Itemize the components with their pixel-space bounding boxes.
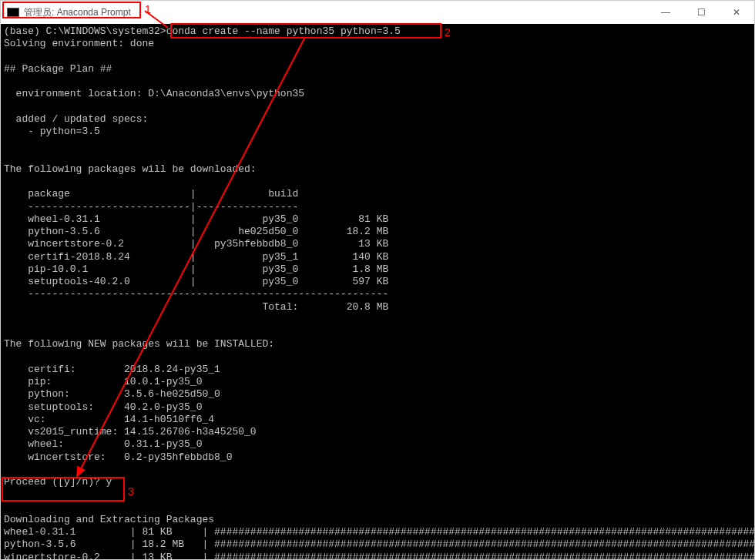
command: conda create --name python35 python=3.5: [166, 25, 401, 37]
dl-wincert: wincertstore-0.2 | 13 KB | #############…: [4, 552, 754, 560]
added-specs: added / updated specs:: [4, 113, 148, 125]
terminal-icon: [7, 8, 19, 17]
spec-python: - python=3.5: [4, 126, 100, 137]
row-setuptools: setuptools-40.2.0 | py35_0 597 KB: [4, 276, 388, 287]
plan-header: ## Package Plan ##: [4, 63, 112, 75]
titlebar[interactable]: 管理员: Anaconda Prompt — ☐ ✕: [1, 1, 754, 24]
window-title: 管理员: Anaconda Prompt: [24, 6, 131, 19]
inst-vc: vc: 14.1-h0510ff6_4: [4, 414, 214, 425]
row-wincertstore: wincertstore-0.2 | py35hfebbdb8_0 13 KB: [4, 238, 388, 250]
solving-line: Solving environment: done: [4, 38, 154, 49]
table-separator: ---------------------------|------------…: [4, 201, 298, 213]
row-wheel: wheel-0.31.1 | py35_0 81 KB: [4, 213, 388, 225]
inst-wheel: wheel: 0.31.1-py35_0: [4, 438, 202, 450]
row-pip: pip-10.0.1 | py35_0 1.8 MB: [4, 263, 388, 275]
minimize-button[interactable]: —: [648, 1, 683, 24]
inst-certifi: certifi: 2018.8.24-py35_1: [4, 364, 220, 375]
install-header: The following NEW packages will be INSTA…: [4, 338, 274, 350]
dl-wheel: wheel-0.31.1 | 81 KB | #################…: [4, 526, 754, 538]
window-controls: — ☐ ✕: [648, 1, 754, 24]
titlebar-left: 管理员: Anaconda Prompt: [7, 6, 131, 19]
prompt: (base) C:\WINDOWS\system32>: [4, 25, 166, 37]
dl-header: Downloading and Extracting Packages: [4, 514, 214, 525]
inst-python: python: 3.5.6-he025d50_0: [4, 388, 220, 400]
proceed-prompt: Proceed ([y]/n)? y: [4, 476, 112, 488]
inst-pip: pip: 10.0.1-py35_0: [4, 376, 202, 387]
env-location: environment location: D:\Anaconda3\envs\…: [4, 88, 304, 99]
table-bottom: ----------------------------------------…: [4, 288, 388, 300]
dl-python: python-3.5.6 | 18.2 MB | ###############…: [4, 538, 754, 550]
close-button[interactable]: ✕: [719, 1, 754, 24]
total-line: Total: 20.8 MB: [4, 301, 388, 313]
row-python: python-3.5.6 | he025d50_0 18.2 MB: [4, 226, 388, 237]
row-certifi: certifi-2018.8.24 | py35_1 140 KB: [4, 251, 388, 263]
inst-setuptools: setuptools: 40.2.0-py35_0: [4, 401, 202, 413]
download-header: The following packages will be downloade…: [4, 163, 257, 175]
anaconda-prompt-window: 管理员: Anaconda Prompt — ☐ ✕ (base) C:\WIN…: [0, 0, 755, 560]
inst-wincert: wincertstore: 0.2-py35hfebbdb8_0: [4, 451, 232, 463]
terminal-content[interactable]: (base) C:\WINDOWS\system32>conda create …: [1, 24, 754, 559]
inst-vsrt: vs2015_runtime: 14.15.26706-h3a45250_0: [4, 426, 257, 438]
maximize-button[interactable]: ☐: [683, 1, 719, 24]
table-header: package | build: [4, 188, 298, 200]
